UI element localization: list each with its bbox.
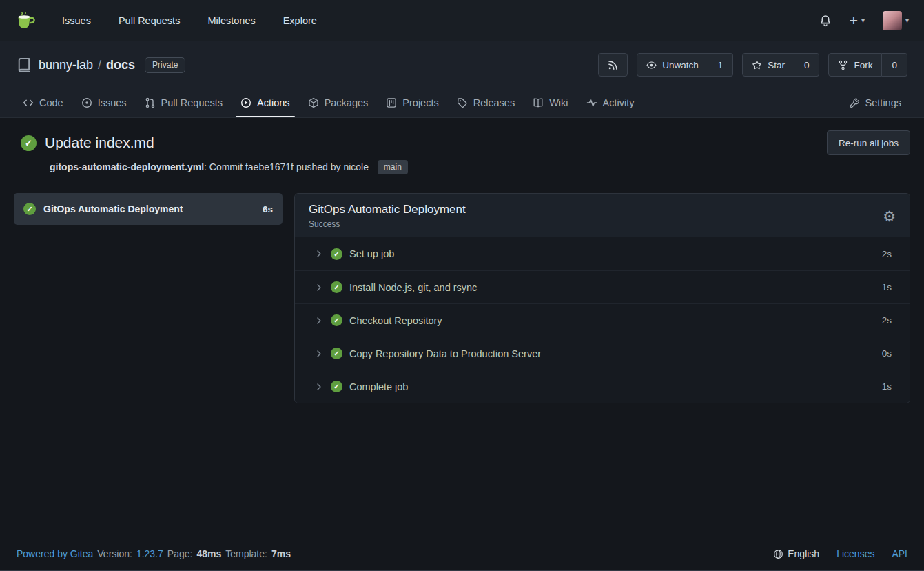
rerun-all-jobs-button[interactable]: Re-run all jobs: [827, 130, 910, 155]
gitea-logo-icon: [15, 10, 37, 32]
tab-label: Packages: [325, 97, 369, 108]
tab-label: Actions: [257, 97, 290, 108]
project-board-icon: [386, 97, 397, 108]
fork-button[interactable]: Fork: [828, 53, 882, 77]
version-label: Version:: [97, 548, 132, 559]
fork-label: Fork: [854, 60, 872, 70]
powered-by-gitea-link[interactable]: Powered by Gitea: [17, 548, 93, 559]
licenses-link[interactable]: Licenses: [836, 548, 874, 559]
issue-icon: [81, 97, 92, 108]
chevron-down-icon: ▾: [905, 17, 909, 24]
footer-info: Powered by Gitea Version: 1.23.7 Page: 4…: [17, 548, 291, 559]
job-panel-title: GitOps Automatic Deployment: [309, 203, 466, 217]
template-time-value: 7ms: [271, 548, 291, 559]
api-link[interactable]: API: [892, 548, 907, 559]
job-list-item[interactable]: ✓ GitOps Automatic Deployment 6s: [14, 193, 283, 225]
chevron-right-icon: [314, 283, 324, 292]
step-success-icon: ✓: [331, 348, 342, 359]
step-name: Checkout Repository: [349, 315, 442, 326]
commit-info-text: : Commit faebe1671f pushed by nicole: [204, 161, 369, 172]
star-button-group: Star 0: [742, 53, 819, 77]
step-row[interactable]: ✓ Checkout Repository 2s: [295, 303, 910, 337]
star-button[interactable]: Star: [742, 53, 794, 77]
avatar: [883, 11, 902, 30]
package-icon: [308, 97, 319, 108]
tag-icon: [457, 97, 468, 108]
job-status-success-icon: ✓: [23, 203, 36, 215]
tab-activity[interactable]: Activity: [577, 88, 644, 117]
repo-title-row: bunny-lab / docs Private: [0, 41, 924, 88]
rss-button[interactable]: [598, 53, 628, 77]
page-time-label: Page:: [167, 548, 193, 559]
step-success-icon: ✓: [331, 281, 342, 293]
repo-tabs: Code Issues Pull Requests Actions Packag…: [0, 88, 924, 117]
job-duration: 6s: [263, 204, 273, 214]
tab-label: Activity: [603, 97, 635, 108]
tab-projects[interactable]: Projects: [377, 88, 447, 117]
tab-settings[interactable]: Settings: [840, 88, 910, 117]
job-settings-gear-icon[interactable]: ⚙: [883, 209, 896, 223]
run-header: ✓ Update index.md Re-run all jobs gitops…: [14, 130, 910, 174]
unwatch-label: Unwatch: [662, 60, 699, 70]
top-navbar: Issues Pull Requests Milestones Explore …: [0, 0, 924, 41]
tab-label: Pull Requests: [161, 97, 223, 108]
step-name: Install Node.js, git, and rsync: [349, 282, 477, 293]
step-duration: 2s: [882, 315, 892, 325]
version-link[interactable]: 1.23.7: [136, 548, 163, 559]
run-title: Update index.md: [45, 134, 154, 151]
create-new-button[interactable]: + ▾: [850, 13, 865, 28]
tab-label: Code: [39, 97, 63, 108]
tab-pull-requests[interactable]: Pull Requests: [136, 88, 232, 117]
repo-owner-link[interactable]: bunny-lab: [39, 58, 93, 72]
step-duration: 0s: [882, 348, 892, 359]
private-badge: Private: [145, 57, 185, 73]
nav-item-pull-requests[interactable]: Pull Requests: [106, 10, 192, 32]
footer-divider: [883, 549, 883, 559]
repo-path-separator: /: [98, 58, 101, 72]
pull-request-icon: [145, 97, 156, 108]
notifications-button[interactable]: [819, 14, 832, 27]
job-detail-panel: GitOps Automatic Deployment Success ⚙ ✓ …: [294, 193, 910, 403]
stars-count-button[interactable]: 0: [794, 53, 820, 77]
step-row[interactable]: ✓ Set up job 2s: [295, 237, 910, 270]
branch-badge[interactable]: main: [378, 160, 408, 174]
repo-icon: [17, 57, 32, 72]
nav-item-milestones[interactable]: Milestones: [195, 10, 267, 32]
step-name: Copy Repository Data to Production Serve…: [349, 348, 541, 359]
tab-issues[interactable]: Issues: [72, 88, 136, 117]
rss-icon: [608, 60, 618, 70]
nav-item-explore[interactable]: Explore: [271, 10, 329, 32]
user-menu-button[interactable]: ▾: [883, 11, 909, 30]
tab-label: Projects: [402, 97, 438, 108]
eye-icon: [646, 60, 657, 70]
step-row[interactable]: ✓ Complete job 1s: [295, 370, 910, 403]
step-row[interactable]: ✓ Install Node.js, git, and rsync 1s: [295, 270, 910, 303]
unwatch-button[interactable]: Unwatch: [637, 53, 708, 77]
repo-name-link[interactable]: docs: [106, 58, 135, 72]
nav-item-issues[interactable]: Issues: [50, 10, 103, 32]
tab-releases[interactable]: Releases: [448, 88, 524, 117]
step-row[interactable]: ✓ Copy Repository Data to Production Ser…: [295, 337, 910, 370]
chevron-right-icon: [314, 382, 324, 392]
globe-icon: [773, 549, 783, 559]
forks-count-button[interactable]: 0: [882, 53, 907, 77]
tab-actions[interactable]: Actions: [232, 88, 299, 117]
tab-code[interactable]: Code: [14, 88, 72, 117]
tabs-spacer: [643, 88, 839, 117]
tab-packages[interactable]: Packages: [299, 88, 378, 117]
gitea-logo[interactable]: [15, 10, 37, 32]
tab-label: Wiki: [549, 97, 568, 108]
book-icon: [533, 97, 544, 108]
watchers-count-button[interactable]: 1: [708, 53, 734, 77]
chevron-right-icon: [314, 249, 324, 259]
language-menu[interactable]: English: [773, 548, 819, 559]
actions-play-icon: [240, 97, 251, 108]
tab-label: Releases: [473, 97, 515, 108]
repo-action-buttons: Unwatch 1 Star 0: [598, 53, 907, 77]
tab-wiki[interactable]: Wiki: [524, 88, 577, 117]
activity-pulse-icon: [586, 97, 597, 108]
run-subtitle: gitops-automatic-deployment.yml: Commit …: [50, 160, 910, 174]
step-duration: 2s: [882, 249, 892, 259]
chevron-right-icon: [314, 349, 324, 359]
navbar-left: Issues Pull Requests Milestones Explore: [15, 10, 329, 32]
